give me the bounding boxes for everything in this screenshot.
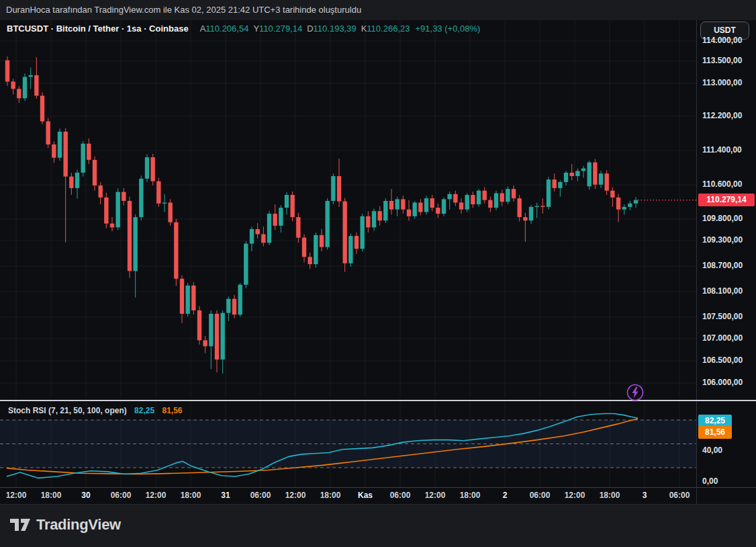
time-axis-label: 06:00 <box>250 491 271 500</box>
candle <box>40 92 44 124</box>
candle <box>512 185 516 202</box>
attribution-text: DuranHoca tarafından TradingView.com ile… <box>6 0 361 20</box>
candle <box>360 214 364 251</box>
candle <box>261 226 265 246</box>
candle <box>564 171 568 185</box>
time-axis-label: 06:00 <box>111 491 132 500</box>
candle <box>104 193 108 228</box>
candle <box>46 118 50 149</box>
candle <box>185 283 189 317</box>
symbol-legend[interactable]: BTCUSDT · Bitcoin / Tether · 1sa · Coinb… <box>7 24 480 36</box>
candle <box>471 192 475 208</box>
candle <box>569 164 573 180</box>
time-scale[interactable]: 12:0018:003006:0012:0018:003106:0012:001… <box>0 488 696 504</box>
current-price-chip: 110.279,14 <box>698 194 755 206</box>
open-value: 110.206,54 <box>205 24 248 34</box>
candle <box>168 199 172 225</box>
candle <box>331 173 335 204</box>
candle <box>285 192 289 214</box>
low-value: 110.193,39 <box>314 24 357 34</box>
candle <box>302 235 306 263</box>
flash-action-button[interactable] <box>626 383 645 402</box>
time-axis-label: 06:00 <box>669 491 690 500</box>
high-value: 110.279,14 <box>259 24 302 34</box>
candle <box>593 159 597 190</box>
candle <box>162 194 167 212</box>
candle <box>494 191 498 210</box>
candle <box>145 155 149 182</box>
price-axis-label: 107.500,00 <box>702 312 743 321</box>
candle <box>348 233 352 267</box>
candle <box>575 169 579 181</box>
price-axis-label: 106.000,00 <box>702 378 743 387</box>
candle <box>587 161 592 190</box>
candle <box>209 310 213 369</box>
time-axis-label: 18:00 <box>600 491 620 500</box>
stoch-rsi-title: Stoch RSI (7, 21, 50, 100, open) <box>8 406 127 415</box>
candle <box>250 226 254 251</box>
candle <box>482 187 486 204</box>
time-axis-label: 18:00 <box>320 491 341 500</box>
candle <box>377 206 381 226</box>
time-axis-label: 18:00 <box>41 491 62 500</box>
price-axis-label: 112.200,00 <box>702 111 742 120</box>
time-axis-label: 12:00 <box>285 491 306 500</box>
candle <box>459 198 463 214</box>
candle <box>180 276 184 323</box>
candle <box>139 175 143 220</box>
stoch-rsi-legend[interactable]: Stoch RSI (7, 21, 50, 100, open) 82,25 8… <box>8 406 182 415</box>
candle <box>412 201 416 219</box>
candle <box>133 214 137 298</box>
candle <box>628 201 632 210</box>
tradingview-logo-text: TradingView <box>36 516 121 534</box>
time-axis-label: Kas <box>358 491 373 500</box>
change-value: +91,33 (+0,08%) <box>415 24 480 34</box>
price-scale[interactable]: USDT 110.279,14 82,25 81,56 40,00 0,00 1… <box>696 20 756 504</box>
open-label: A <box>200 24 206 34</box>
price-axis-label: 114.000,00 <box>702 36 742 45</box>
candle <box>366 211 370 233</box>
candle <box>122 188 126 205</box>
candle <box>547 177 551 209</box>
candle <box>599 171 603 187</box>
candle <box>150 154 154 185</box>
candle <box>465 194 469 212</box>
brand-footer: TradingView <box>0 505 756 547</box>
price-axis-label: 109.800,00 <box>702 214 743 223</box>
candle <box>23 73 27 101</box>
candle <box>63 128 67 243</box>
attribution-bar: DuranHoca tarafından TradingView.com ile… <box>0 0 756 20</box>
candle <box>616 194 620 222</box>
tradingview-chart-snapshot: DuranHoca tarafından TradingView.com ile… <box>0 0 756 547</box>
candle <box>372 208 376 230</box>
time-axis-label: 06:00 <box>530 491 551 500</box>
candle <box>17 86 21 103</box>
price-axis-label: 109.300,00 <box>702 235 743 245</box>
candle <box>540 198 545 214</box>
candle <box>11 79 15 95</box>
candlestick-pane[interactable] <box>0 20 696 398</box>
candle <box>442 198 446 216</box>
candle <box>552 173 556 192</box>
stoch-d-value: 81,56 <box>162 406 182 415</box>
candle <box>517 195 521 221</box>
candle <box>477 189 481 207</box>
candle <box>342 198 346 272</box>
candle <box>430 195 434 211</box>
close-value: 110.266,23 <box>367 24 410 34</box>
candle <box>244 241 248 288</box>
candle <box>191 282 195 314</box>
time-axis-label: 31 <box>221 491 230 500</box>
candle <box>523 213 527 242</box>
price-axis-label: 108.700,00 <box>702 261 743 270</box>
candle <box>337 159 341 207</box>
candle <box>605 170 609 195</box>
candle <box>115 189 120 230</box>
tradingview-logo[interactable]: TradingView <box>9 516 121 534</box>
lightning-icon <box>628 385 643 401</box>
candle <box>622 204 626 214</box>
stoch-axis-label-40: 40,00 <box>702 446 722 455</box>
price-axis-label: 113.500,00 <box>702 56 742 65</box>
candle <box>325 198 329 249</box>
candle <box>401 196 405 214</box>
